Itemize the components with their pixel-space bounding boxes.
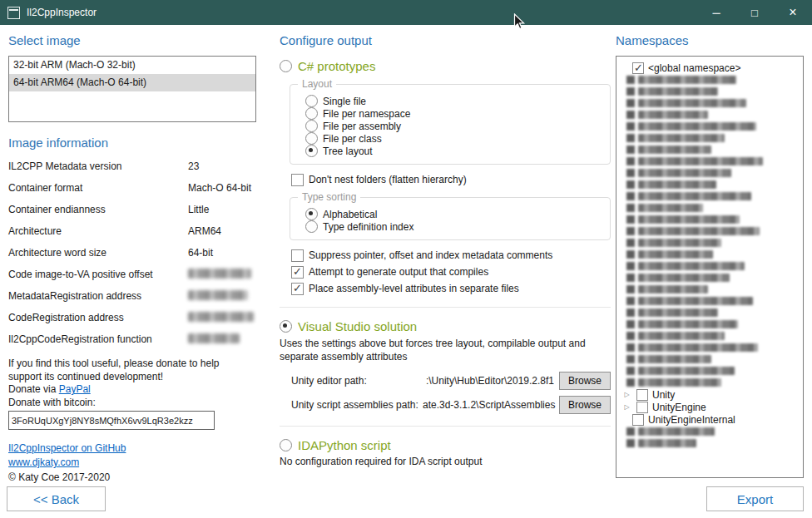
- namespace-item-redacted[interactable]: [621, 97, 800, 109]
- namespace-item-redacted[interactable]: [621, 155, 800, 167]
- namespace-item-unityengineinternal[interactable]: UnityEngineInternal: [621, 413, 800, 426]
- namespaces-heading: Namespaces: [616, 33, 804, 47]
- namespace-item-redacted[interactable]: [621, 330, 800, 342]
- namespace-item-redacted[interactable]: [621, 260, 800, 272]
- namespace-item-redacted[interactable]: [621, 109, 800, 121]
- type-sorting-groupbox: Type sorting Alphabetical Type definitio…: [290, 197, 611, 240]
- csharp-prototypes-radio[interactable]: C# prototypes: [280, 59, 611, 73]
- namespace-item-redacted[interactable]: [621, 190, 800, 202]
- layout-option-file-per-namespace[interactable]: File per namespace: [305, 107, 602, 120]
- info-row: CodeRegistration address: [8, 312, 268, 333]
- github-link[interactable]: Il2CppInspector on GitHub: [8, 442, 126, 456]
- namespace-item-redacted[interactable]: [621, 167, 800, 179]
- radio-icon: [280, 60, 292, 72]
- titlebar: Il2CppInspector ─ □ ×: [0, 0, 812, 25]
- suppress-metadata-comments-checkbox[interactable]: Suppress pointer, offset and index metad…: [291, 249, 611, 262]
- layout-option-single-file[interactable]: Single file: [305, 95, 602, 107]
- namespace-item-unity[interactable]: ▷ Unity: [621, 388, 800, 401]
- info-row: Code image-to-VA positive offset: [8, 269, 268, 290]
- namespace-item-redacted[interactable]: [621, 132, 800, 144]
- unity-assemblies-path-value[interactable]: ate.3d-3.1.2\ScriptAssemblies: [423, 399, 559, 411]
- layout-group-title: Layout: [298, 78, 336, 90]
- checkbox-icon-checked[interactable]: [632, 62, 644, 74]
- window-title: Il2CppInspector: [27, 7, 97, 18]
- info-row: Architecture ARM64: [8, 225, 268, 247]
- minimize-button[interactable]: ─: [697, 0, 735, 25]
- image-listbox[interactable]: 32-bit ARM (Mach-O 32-bit) 64-bit ARM64 …: [8, 56, 256, 122]
- checkbox-icon[interactable]: [636, 402, 648, 413]
- browse-editor-button[interactable]: Browse: [559, 372, 611, 390]
- radio-icon: [305, 132, 318, 145]
- sorting-option-alphabetical[interactable]: Alphabetical: [305, 208, 602, 220]
- image-info-table: IL2CPP Metadata version 23 Container for…: [8, 160, 268, 355]
- radio-icon-selected: [305, 145, 318, 157]
- expander-icon[interactable]: ▷: [621, 391, 632, 398]
- visual-studio-solution-radio[interactable]: Visual Studio solution: [280, 319, 611, 333]
- info-row: Il2CppCodeRegistration function: [8, 333, 268, 355]
- footer-links: Il2CppInspector on GitHub www.djkaty.com…: [8, 442, 268, 485]
- namespace-item-redacted[interactable]: [621, 144, 800, 155]
- unity-assemblies-path-label: Unity script assemblies path:: [291, 399, 423, 411]
- namespace-item-redacted[interactable]: [621, 272, 800, 284]
- configure-panel: Configure output C# prototypes Layout Si…: [280, 33, 611, 467]
- copyright: © Katy Coe 2017-2020: [8, 471, 268, 485]
- namespace-item-redacted[interactable]: [621, 318, 800, 330]
- checkbox-icon[interactable]: [636, 389, 648, 401]
- maximize-button[interactable]: □: [735, 0, 774, 25]
- layout-option-file-per-class[interactable]: File per class: [305, 132, 602, 145]
- idapython-script-radio[interactable]: IDAPython script: [280, 438, 611, 452]
- layout-option-tree-layout[interactable]: Tree layout: [305, 145, 602, 157]
- radio-icon-selected: [305, 208, 318, 220]
- vs-description: Uses the settings above but forces tree …: [280, 337, 611, 363]
- radio-icon: [305, 220, 318, 233]
- namespace-item-redacted[interactable]: [621, 342, 800, 353]
- expander-icon[interactable]: ▷: [621, 403, 632, 411]
- configure-heading: Configure output: [280, 33, 611, 47]
- unity-editor-path-value[interactable]: :\Unity\Hub\Editor\2019.2.8f1: [423, 375, 559, 387]
- donate-line1: If you find this tool useful, please don…: [8, 358, 268, 371]
- namespace-item-redacted[interactable]: [621, 202, 800, 214]
- namespace-item-global[interactable]: <global namespace>: [621, 62, 800, 74]
- namespace-item-redacted[interactable]: [621, 426, 800, 437]
- namespace-item-redacted[interactable]: [621, 284, 800, 295]
- namespaces-list[interactable]: <global namespace> ▷ Unity ▷ UnityEngine…: [616, 56, 804, 478]
- namespace-item-redacted[interactable]: [621, 365, 800, 377]
- radio-icon: [305, 107, 318, 120]
- unity-editor-path-row: Unity editor path: :\Unity\Hub\Editor\20…: [291, 372, 611, 390]
- info-row: Container endianness Little: [8, 204, 268, 225]
- flatten-hierarchy-checkbox[interactable]: Don't nest folders (flatten hierarchy): [291, 173, 611, 186]
- assembly-attributes-checkbox[interactable]: Place assembly-level attributes in separ…: [291, 282, 611, 295]
- namespace-item-redacted[interactable]: [621, 179, 800, 190]
- namespace-item-unityengine[interactable]: ▷ UnityEngine: [621, 401, 800, 413]
- paypal-link[interactable]: PayPal: [59, 383, 91, 395]
- close-button[interactable]: ×: [774, 0, 812, 25]
- namespace-item-redacted[interactable]: [621, 377, 800, 388]
- namespace-item-redacted[interactable]: [621, 437, 800, 449]
- attempt-compiles-checkbox[interactable]: Attempt to generate output that compiles: [291, 265, 611, 279]
- namespace-item-redacted[interactable]: [621, 353, 800, 365]
- namespace-item-redacted[interactable]: [621, 74, 800, 86]
- namespace-item-redacted[interactable]: [621, 237, 800, 249]
- sorting-option-type-definition-index[interactable]: Type definition index: [305, 220, 602, 233]
- checkbox-icon[interactable]: [632, 414, 644, 426]
- image-option-32bit[interactable]: 32-bit ARM (Mach-O 32-bit): [9, 57, 255, 74]
- website-link[interactable]: www.djkaty.com: [8, 456, 79, 470]
- namespace-item-redacted[interactable]: [621, 214, 800, 225]
- info-row: Architecture word size 64-bit: [8, 247, 268, 269]
- export-button[interactable]: Export: [706, 486, 804, 511]
- unity-editor-path-label: Unity editor path:: [291, 375, 423, 387]
- browse-assemblies-button[interactable]: Browse: [559, 396, 611, 414]
- donate-bitcoin-label: Donate with bitcoin:: [8, 397, 268, 410]
- namespace-item-redacted[interactable]: [621, 86, 800, 97]
- namespace-item-redacted[interactable]: [621, 225, 800, 237]
- layout-option-file-per-assembly[interactable]: File per assembly: [305, 120, 602, 132]
- namespace-item-redacted[interactable]: [621, 307, 800, 318]
- ida-description: No configuration required for IDA script…: [280, 456, 611, 467]
- image-option-64bit[interactable]: 64-bit ARM64 (Mach-O 64-bit): [9, 74, 255, 91]
- checkbox-icon-checked: [291, 283, 304, 295]
- namespace-item-redacted[interactable]: [621, 249, 800, 260]
- bitcoin-address-input[interactable]: [8, 411, 215, 430]
- back-button[interactable]: << Back: [7, 486, 106, 511]
- namespace-item-redacted[interactable]: [621, 295, 800, 307]
- namespace-item-redacted[interactable]: [621, 121, 800, 132]
